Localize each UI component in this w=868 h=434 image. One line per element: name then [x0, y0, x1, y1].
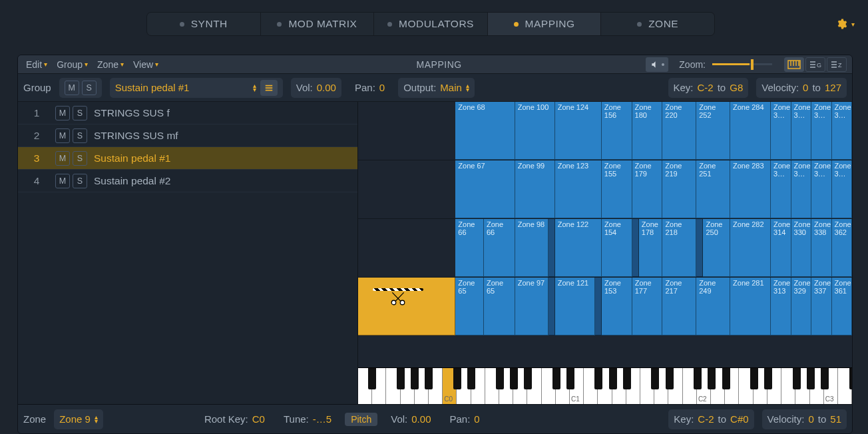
black-key[interactable]	[397, 368, 405, 389]
black-key[interactable]	[793, 368, 801, 389]
pitch-button[interactable]: Pitch	[345, 413, 377, 426]
zone-cell[interactable]: Zone 251	[696, 160, 730, 218]
mute-button[interactable]: M	[55, 151, 70, 166]
zone-cell[interactable]: Zone 337	[811, 278, 832, 335]
black-key[interactable]	[552, 368, 560, 389]
zone-cell[interactable]: Zone 313	[771, 278, 791, 335]
zone-cell[interactable]: Zone 65	[484, 278, 515, 335]
tab-synth[interactable]: SYNTH	[147, 13, 261, 35]
zone-cell[interactable]: Zone 281	[730, 278, 771, 335]
black-key[interactable]	[849, 368, 852, 389]
zone-cell[interactable]: Zone 97	[515, 278, 548, 335]
group-row[interactable]: 3MSSustain pedal #1	[18, 147, 357, 170]
zone-cell[interactable]: Zone 218	[662, 219, 696, 277]
solo-button[interactable]: S	[73, 151, 87, 166]
zone-cell[interactable]: Zone 123	[555, 160, 602, 218]
black-key[interactable]	[694, 368, 702, 389]
black-key[interactable]	[368, 368, 376, 389]
menu-view[interactable]: View▾	[133, 59, 158, 70]
group-mute-button[interactable]: M	[65, 81, 79, 95]
keyboard[interactable]: C0C1C2C3	[358, 367, 852, 404]
vol-value[interactable]: 0.00	[411, 413, 431, 425]
zone-cell[interactable]: Zone 66	[455, 219, 484, 277]
zoom-slider[interactable]	[712, 58, 772, 71]
black-key[interactable]	[750, 368, 758, 389]
black-key[interactable]	[623, 368, 631, 389]
zone-cell[interactable]: Zone 178	[639, 219, 663, 277]
zone-cell[interactable]: Zone 284	[730, 102, 771, 160]
group-solo-button[interactable]: S	[82, 81, 97, 95]
zone-cell[interactable]: Zone 124	[555, 102, 602, 160]
zone-cell[interactable]: Zone 68	[455, 102, 515, 160]
black-key[interactable]	[807, 368, 815, 389]
zone-cell[interactable]	[696, 219, 703, 277]
tab-zone[interactable]: ZONE	[601, 13, 714, 35]
group-list-button[interactable]	[260, 80, 278, 96]
zone-cell[interactable]: Zone 361	[832, 278, 852, 335]
zone-cell[interactable]: Zone 283	[730, 160, 771, 218]
zone-map[interactable]: Zone 68Zone 100Zone 124Zone 156Zone 180Z…	[358, 102, 852, 404]
pan-value[interactable]: 0	[474, 413, 479, 425]
zone-cell[interactable]	[548, 278, 555, 335]
zone-cell[interactable]: Zone 100	[515, 102, 555, 160]
zone-cell[interactable]	[595, 278, 602, 335]
zone-cell[interactable]	[632, 219, 639, 277]
zone-cell[interactable]: Zone 3…	[832, 160, 853, 218]
zone-cell[interactable]: Zone 329	[791, 278, 812, 335]
black-key[interactable]	[594, 368, 602, 389]
vel-low-value[interactable]: 0	[808, 413, 813, 425]
zone-cell[interactable]: Zone 154	[602, 219, 632, 277]
zone-cell[interactable]: Zone 121	[555, 278, 595, 335]
zone-cell[interactable]: Zone 249	[696, 278, 730, 335]
zone-cell[interactable]: Zone 217	[662, 278, 696, 335]
zone-selected[interactable]	[358, 278, 455, 335]
zone-cell[interactable]: Zone 3…	[811, 102, 832, 160]
black-key[interactable]	[510, 368, 518, 389]
zone-cell[interactable]: Zone 220	[662, 102, 696, 160]
tab-modulators[interactable]: MODULATORS	[374, 13, 488, 35]
menu-group[interactable]: Group▾	[57, 59, 88, 70]
audition-button[interactable]	[646, 57, 668, 72]
settings-menu[interactable]: ▾	[835, 12, 855, 36]
black-key[interactable]	[411, 368, 419, 389]
key-low-value[interactable]: C-2	[698, 82, 714, 93]
slider-thumb[interactable]	[751, 59, 754, 70]
key-low-value[interactable]: C-2	[698, 413, 714, 425]
key-high-value[interactable]: C#0	[730, 413, 749, 425]
stepper-icon[interactable]: ▴▾	[95, 415, 98, 423]
view-mode-zones[interactable]: Z	[827, 57, 847, 72]
black-key[interactable]	[609, 368, 617, 389]
zone-cell[interactable]: Zone 66	[484, 219, 515, 277]
solo-button[interactable]: S	[73, 174, 87, 188]
group-row[interactable]: 4MSSustain pedal #2	[18, 170, 357, 192]
key-high-value[interactable]: G8	[730, 82, 743, 93]
zone-cell[interactable]: Zone 180	[632, 102, 663, 160]
vel-high-value[interactable]: 127	[825, 82, 841, 93]
view-mode-groups[interactable]: G	[805, 57, 825, 72]
mute-button[interactable]: M	[55, 174, 70, 188]
zone-cell[interactable]: Zone 156	[602, 102, 632, 160]
zone-cell[interactable]: Zone 3…	[771, 160, 791, 218]
zone-cell[interactable]: Zone 3…	[771, 102, 791, 160]
black-key[interactable]	[722, 368, 730, 389]
view-mode-keymap[interactable]	[784, 57, 804, 72]
zone-cell[interactable]: Zone 99	[515, 160, 555, 218]
tab-modmatrix[interactable]: MOD MATRIX	[261, 13, 375, 35]
black-key[interactable]	[651, 368, 659, 389]
zone-name-value[interactable]: Zone 9	[59, 413, 91, 425]
zone-cell[interactable]: Zone 3…	[791, 102, 812, 160]
zone-cell[interactable]: Zone 98	[515, 219, 548, 277]
zone-cell[interactable]: Zone 338	[811, 219, 832, 277]
black-key[interactable]	[764, 368, 772, 389]
zone-cell[interactable]: Zone 67	[455, 160, 515, 218]
black-key[interactable]	[453, 368, 461, 389]
zone-cell[interactable]: Zone 362	[832, 219, 852, 277]
zone-cell[interactable]: Zone 155	[602, 160, 632, 218]
zone-cell[interactable]: Zone 252	[696, 102, 730, 160]
zone-cell[interactable]: Zone 330	[791, 219, 812, 277]
vel-low-value[interactable]: 0	[803, 82, 808, 93]
zone-cell[interactable]: Zone 314	[771, 219, 791, 277]
stepper-icon[interactable]: ▴▾	[466, 84, 469, 92]
zone-cell[interactable]: Zone 3…	[791, 160, 812, 218]
black-key[interactable]	[524, 368, 532, 389]
